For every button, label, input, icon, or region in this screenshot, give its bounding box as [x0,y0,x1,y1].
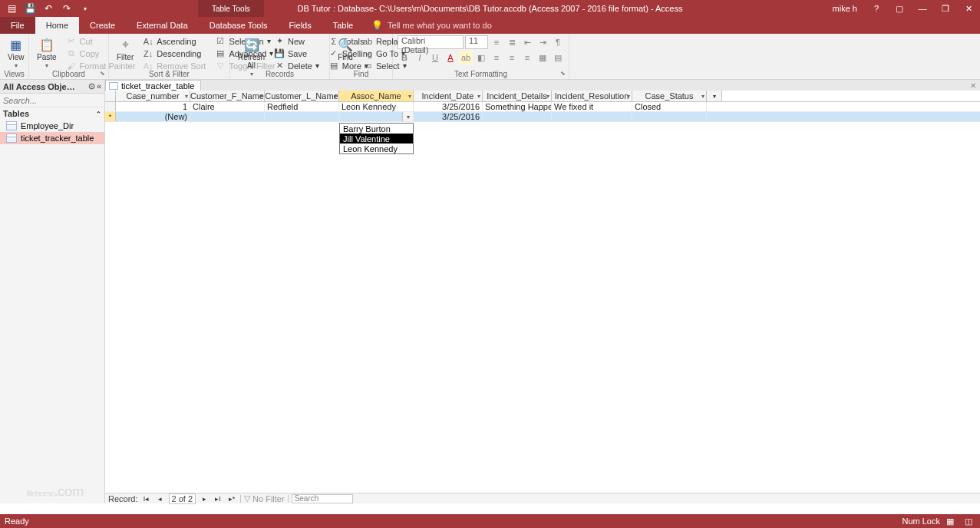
chevron-down-icon[interactable]: ▾ [477,93,480,100]
click-to-add-column[interactable]: ▾ [707,91,722,101]
font-name-combo[interactable]: Calibri (Detail) [398,35,464,49]
tab-home[interactable]: Home [35,17,79,34]
cell[interactable] [265,112,339,121]
para-dir-icon[interactable]: ¶ [551,35,565,49]
document-tab[interactable]: ticket_tracker_table [105,80,201,91]
recnav-prev-icon[interactable]: ◂ [155,494,166,503]
cell[interactable]: 3/25/2016 [414,102,483,111]
dropdown-option[interactable]: Leon Kennedy [340,144,413,153]
paste-button[interactable]: 📋 Paste ▾ [34,35,60,71]
col-header-case-status[interactable]: Case_Status▾ [632,91,707,101]
cell[interactable]: (New) [116,112,190,121]
cell[interactable] [483,112,552,121]
ribbon-display-icon[interactable]: ▢ [888,0,911,17]
highlight-icon[interactable]: ab [459,51,473,64]
clipboard-launcher-icon[interactable]: ⬊ [97,68,107,78]
tab-external-data[interactable]: External Data [126,17,199,34]
recnav-position[interactable]: 2 of 2 [169,493,196,504]
tab-fields[interactable]: Fields [278,17,322,34]
tab-create[interactable]: Create [79,17,126,34]
qat-customize-icon[interactable]: ▾ [77,1,94,16]
chevron-down-icon[interactable]: ▾ [259,93,262,100]
view-button[interactable]: ▦ View ▾ [5,35,28,71]
new-record-button[interactable]: ✦New [271,35,322,47]
nav-item-employee-dir[interactable]: Employee_Dir [0,120,104,132]
col-header-incident-details[interactable]: Incident_Details▾ [483,91,552,101]
row-selector[interactable] [105,102,116,111]
recnav-next-icon[interactable]: ▸ [199,494,210,503]
descending-button[interactable]: Z↓Descending [140,48,209,59]
tab-table[interactable]: Table [322,17,364,34]
help-icon[interactable]: ? [865,0,888,17]
cell[interactable]: 3/25/2016 [414,112,483,121]
nav-search-input[interactable] [3,96,101,105]
recnav-new-icon[interactable]: ▸* [226,494,237,503]
user-name[interactable]: mike h [833,4,857,13]
col-header-case-number[interactable]: Case_number▾ [116,91,190,101]
cell[interactable]: 1 [116,102,190,111]
chevron-down-icon[interactable]: ▾ [701,93,704,100]
cell[interactable]: Claire [190,102,265,111]
nav-pin-icon[interactable]: ⊙ [88,81,95,91]
close-icon[interactable]: ✕ [957,0,980,17]
qat-save-icon[interactable]: 💾 [21,1,38,16]
dropdown-option[interactable]: Barry Burton [340,124,413,134]
textfmt-launcher-icon[interactable]: ⬊ [558,68,567,78]
assoc-name-combo-cell[interactable]: ▾ [339,112,414,121]
save-record-button[interactable]: 💾Save [271,48,322,59]
cell[interactable] [632,112,707,121]
nav-collapse-icon[interactable]: « [97,81,101,91]
cell[interactable]: Something Happene [483,102,552,111]
font-color-icon[interactable]: A [444,51,457,64]
recnav-filter-status[interactable]: ▽No Filter [244,493,285,503]
fill-color-icon[interactable]: ◧ [474,51,488,64]
combo-dropdown-icon[interactable]: ▾ [402,112,413,121]
cell[interactable]: We fixed it [552,102,632,111]
col-header-customer-fname[interactable]: Customer_F_Name▾ [190,91,265,101]
new-row-icon[interactable]: * [105,112,116,121]
qat-undo-icon[interactable]: ↶ [40,1,57,16]
recnav-search-input[interactable]: Search [292,494,353,503]
nav-header-title[interactable]: All Access Obje… [3,82,75,91]
recnav-first-icon[interactable]: I◂ [141,494,152,503]
tell-me-search[interactable]: 💡 Tell me what you want to do [364,20,500,31]
font-size-combo[interactable]: 11 [465,35,488,49]
col-header-incident-resolution[interactable]: Incident_Resolution▾ [552,91,632,101]
filter-button[interactable]: ⌖ Filter [114,35,137,63]
assoc-name-dropdown[interactable]: Barry Burton Jill Valentine Leon Kennedy [339,123,414,154]
select-all-corner[interactable] [105,91,116,101]
dropdown-option[interactable]: Jill Valentine [340,134,413,144]
chevron-down-icon[interactable]: ▾ [185,93,188,100]
align-left-icon[interactable]: ≡ [490,51,503,64]
nav-group-tables[interactable]: Tables⌃ [0,107,104,120]
cell[interactable]: Leon Kennedy [339,102,414,111]
design-view-icon[interactable]: ◫ [960,515,977,527]
bullets-icon[interactable]: ≡ [490,35,503,49]
ascending-button[interactable]: A↓Ascending [140,35,209,47]
chevron-down-icon[interactable]: ▾ [334,93,337,100]
gridlines-icon[interactable]: ▦ [536,51,549,64]
tab-file[interactable]: File [0,17,35,34]
document-close-icon[interactable]: ✕ [968,80,978,91]
cell[interactable]: Redfield [265,102,339,111]
recnav-last-icon[interactable]: ▸I [213,494,223,503]
datasheet-view-icon[interactable]: ▦ [942,515,959,527]
access-app-icon[interactable]: ▤ [3,1,20,16]
tab-database-tools[interactable]: Database Tools [199,17,279,34]
col-header-incident-date[interactable]: Incident_Date▾ [414,91,483,101]
alt-row-color-icon[interactable]: ▤ [551,51,565,64]
align-center-icon[interactable]: ≡ [505,51,519,64]
numbering-icon[interactable]: ≣ [505,35,519,49]
nav-item-ticket-tracker[interactable]: ticket_tracker_table [0,132,104,144]
cell[interactable]: Closed [632,102,707,111]
cell[interactable] [190,112,265,121]
cell[interactable] [552,112,632,121]
qat-redo-icon[interactable]: ↷ [58,1,75,16]
table-row-new[interactable]: * (New) ▾ 3/25/2016 [105,112,980,122]
minimize-icon[interactable]: — [911,0,934,17]
col-header-customer-lname[interactable]: Customer_L_Name▾ [265,91,339,101]
find-button[interactable]: 🔍 Find [335,35,356,63]
indent-dec-icon[interactable]: ⇤ [520,35,534,49]
indent-inc-icon[interactable]: ⇥ [536,35,549,49]
table-row[interactable]: 1 Claire Redfield Leon Kennedy 3/25/2016… [105,102,980,112]
